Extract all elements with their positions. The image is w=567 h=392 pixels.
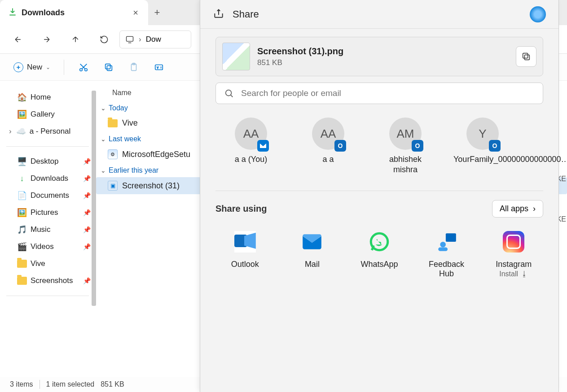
outlook-badge-icon [489,140,501,152]
copy-icon [521,52,531,61]
nav-videos[interactable]: 🎬Videos📌 [14,238,93,255]
monitor-icon [125,35,134,44]
nav-desktop[interactable]: 🖥️Desktop📌 [14,153,93,170]
onedrive-icon: ☁️ [16,126,26,136]
up-button[interactable] [62,30,89,49]
forward-button[interactable] [33,30,60,49]
folder-icon [108,119,118,127]
chevron-right-icon: › [139,35,141,44]
videos-icon: 🎬 [17,242,27,252]
svg-rect-12 [445,233,456,242]
chevron-down-icon: ⌄ [101,135,106,143]
pin-icon: 📌 [83,226,91,233]
share-panel: Share Screenshot (31).png 851 KB AA a a … [200,0,559,392]
outlook-badge-icon [334,140,346,152]
share-search[interactable] [215,83,543,104]
back-button[interactable] [4,30,31,49]
tab-downloads[interactable]: Downloads × [0,0,148,25]
status-size: 851 KB [101,380,124,388]
avatar: Y [466,118,499,150]
pin-icon: 📌 [83,175,91,182]
separator [40,380,40,389]
breadcrumb[interactable]: › Dow [119,30,191,48]
status-selected: 1 item selected [46,380,95,388]
chevron-right-icon: › [9,127,12,136]
scrollbar[interactable] [92,91,96,306]
copy-button[interactable] [98,58,119,76]
new-button[interactable]: + New ⌄ [9,60,55,75]
svg-rect-4 [105,64,110,69]
close-icon[interactable]: × [131,6,140,20]
home-icon: 🏠 [17,92,27,102]
copy-file-button[interactable] [516,46,536,67]
separator [64,60,64,75]
search-input[interactable] [241,88,535,98]
app-instagram[interactable]: Instagram Install⭳ [488,230,539,279]
contact-yourfamily[interactable]: Y YourFamily_00000000000000… [453,118,512,175]
contact-aa[interactable]: AA a a [299,118,357,175]
documents-icon: 📄 [17,191,27,200]
nav-personal[interactable]: ›☁️a - Personal [6,123,93,140]
nav-screenshots[interactable]: Screenshots📌 [14,272,93,289]
outlook-badge-icon [412,140,423,152]
app-mail[interactable]: Mail [287,230,338,279]
desktop-icon: 🖥️ [17,157,27,166]
cut-button[interactable] [73,58,94,76]
new-label: New [27,63,42,72]
contact-name: abhishek mishra [376,154,435,175]
instagram-icon [502,230,525,253]
folder-icon [17,276,27,286]
all-apps-button[interactable]: All apps › [492,200,543,218]
music-icon: 🎵 [17,225,27,235]
new-tab-button[interactable]: + [148,7,166,18]
user-avatar[interactable] [530,6,546,22]
share-icon [213,8,224,21]
paste-button[interactable] [123,58,144,76]
folder-icon [17,259,27,269]
divider [6,146,89,147]
share-file-card: Screenshot (31).png 851 KB [215,37,543,76]
refresh-button[interactable] [91,30,118,49]
nav-downloads[interactable]: ↓Downloads📌 [14,170,93,187]
app-whatsapp[interactable]: WhatsApp [354,230,404,279]
contact-you[interactable]: AA a a (You) [222,118,280,175]
svg-rect-7 [155,65,163,70]
file-thumbnail [222,43,250,70]
app-outlook[interactable]: Outlook [220,230,270,279]
svg-rect-9 [523,53,528,58]
share-using-header: Share using All apps › [215,191,543,218]
svg-rect-0 [127,36,133,41]
pin-icon: 📌 [83,277,91,284]
apps-row: Outlook Mail WhatsApp Feedback Hub Insta… [215,230,543,279]
svg-point-13 [440,242,446,248]
app-feedback-hub[interactable]: Feedback Hub [422,230,472,279]
image-icon: ▣ [108,181,118,191]
search-icon [224,88,234,98]
file-name: Screenshot (31).png [257,46,343,57]
nav-documents[interactable]: 📄Documents📌 [14,187,93,204]
file-info: Screenshot (31).png 851 KB [257,46,343,67]
avatar: AM [389,118,422,150]
contact-abhishek[interactable]: AM abhishek mishra [376,118,435,175]
contact-name: a a [322,154,334,165]
share-using-title: Share using [215,204,267,214]
nav-gallery[interactable]: 🖼️Gallery [14,106,93,123]
nav-vive[interactable]: Vive [14,255,93,272]
pin-icon: 📌 [83,158,91,165]
pin-icon: 📌 [83,209,91,216]
download-icon: ⭳ [521,270,528,278]
install-label: Install⭳ [499,270,528,278]
whatsapp-icon [368,230,391,253]
contacts-row: AA a a (You) AA a a AM abhishek mishra Y… [215,118,543,175]
share-title: Share [233,9,259,20]
nav-pictures[interactable]: 🖼️Pictures📌 [14,204,93,221]
rename-button[interactable] [149,58,169,76]
pin-icon: 📌 [83,243,91,250]
download-icon [8,7,17,18]
outlook-icon [233,230,257,253]
svg-rect-8 [524,55,529,60]
svg-point-2 [85,68,88,71]
nav-music[interactable]: 🎵Music📌 [14,221,93,238]
nav-home[interactable]: 🏠Home [14,89,93,106]
share-header: Share [200,0,558,29]
